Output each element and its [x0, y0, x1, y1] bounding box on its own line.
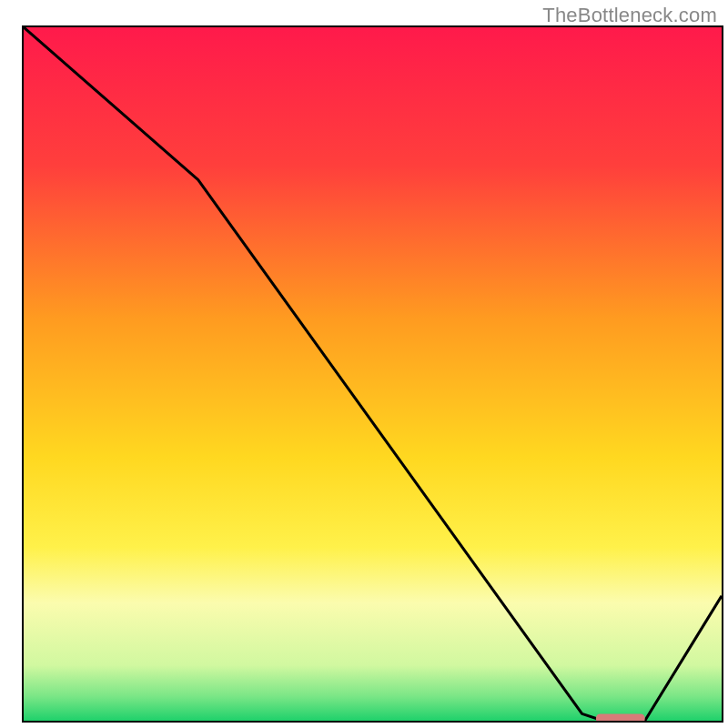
optimal-marker [596, 713, 645, 721]
chart-svg [24, 27, 722, 721]
gradient-background [24, 27, 722, 721]
watermark-text: TheBottleneck.com [542, 4, 717, 27]
chart-frame [22, 25, 723, 723]
chart-container: TheBottleneck.com [0, 0, 728, 728]
